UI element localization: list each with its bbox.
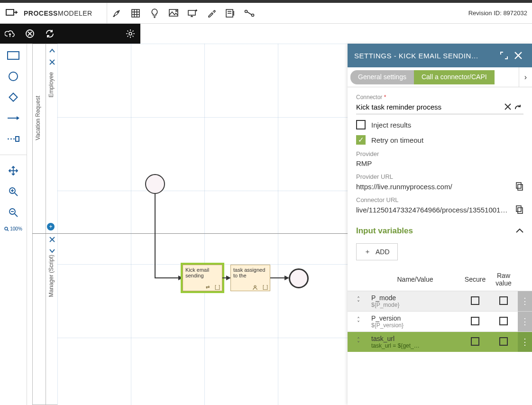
svg-marker-31 — [17, 116, 19, 120]
lane-add-icon[interactable]: + — [47, 223, 55, 230]
svg-rect-55 — [516, 183, 521, 188]
secure-checkbox[interactable] — [471, 337, 479, 346]
subprocess-marker-icon: [_] — [263, 285, 268, 290]
settings-gear-icon[interactable] — [120, 24, 140, 44]
tabs-more-icon[interactable]: › — [519, 67, 532, 87]
palette-zoom-out[interactable] — [4, 205, 23, 220]
start-event[interactable] — [145, 174, 165, 194]
connector-url-label: Connector URL — [356, 196, 523, 203]
secure-checkbox[interactable] — [471, 296, 479, 305]
tab-call-connector[interactable]: Call a connector/CAPI — [414, 70, 495, 84]
provider-url-value: https://live.runmyprocess.com/ — [356, 183, 516, 191]
provider-url-label: Provider URL — [356, 173, 523, 180]
svg-line-41 — [15, 214, 18, 217]
variable-row[interactable]: ˄˅task_urltask_url = ${get_…⋮ — [348, 332, 532, 352]
palette-zoom-in[interactable] — [4, 184, 23, 199]
retry-timeout-label: Retry on timeout — [371, 136, 423, 144]
toolbar-screen-plus-icon[interactable] — [183, 3, 202, 24]
reorder-icon[interactable]: ˄˅ — [348, 332, 369, 352]
svg-marker-2 — [16, 10, 18, 14]
provider-value: RMP — [356, 159, 523, 167]
add-variable-button[interactable]: ＋ ADD — [356, 243, 398, 260]
raw-checkbox[interactable] — [499, 337, 508, 346]
refresh-icon[interactable] — [40, 24, 60, 44]
collapse-icon[interactable] — [516, 229, 523, 233]
svg-point-26 — [129, 32, 132, 35]
provider-label: Provider — [356, 150, 523, 157]
svg-rect-54 — [518, 184, 523, 190]
variable-row[interactable]: ˄˅P_version${P_version}⋮ — [348, 312, 532, 332]
svg-point-28 — [9, 72, 18, 81]
toolbar-image-icon[interactable] — [164, 3, 183, 24]
svg-rect-27 — [8, 52, 19, 59]
toolbar-rocket-icon[interactable] — [107, 3, 126, 24]
var-name: P_mode — [371, 294, 459, 302]
end-event[interactable] — [289, 268, 309, 288]
lane-close-icon[interactable] — [48, 58, 56, 66]
revision-id: Revision ID: 8972032 — [468, 9, 532, 17]
svg-rect-4 — [132, 9, 139, 17]
svg-line-37 — [15, 193, 18, 196]
tab-general-settings[interactable]: General settings — [350, 70, 414, 84]
panel-close-icon[interactable] — [511, 48, 525, 63]
col-name-value: Name/Value — [369, 268, 461, 291]
lane2-down-icon[interactable] — [48, 247, 56, 255]
var-value: ${P_version} — [371, 322, 459, 329]
cancel-circle-icon[interactable] — [20, 24, 40, 44]
palette-circle[interactable] — [4, 69, 23, 83]
reorder-icon[interactable]: ˄˅ — [348, 312, 369, 332]
copy-icon[interactable] — [516, 205, 523, 214]
copy-icon[interactable] — [516, 182, 523, 191]
toolbar-form-icon[interactable] — [221, 3, 240, 24]
connector-input[interactable] — [356, 103, 503, 111]
raw-checkbox[interactable] — [499, 317, 508, 325]
svg-rect-57 — [516, 206, 521, 212]
open-icon[interactable] — [513, 101, 523, 112]
retry-timeout-checkbox[interactable]: ✓ — [356, 135, 366, 145]
app-brand: PROCESSMODELER — [24, 9, 107, 17]
secure-checkbox[interactable] — [471, 317, 479, 325]
palette-rectangle[interactable] — [4, 48, 23, 63]
row-menu-icon[interactable]: ⋮ — [518, 312, 532, 332]
var-value: task_url = ${get_… — [371, 342, 459, 349]
element-palette: 100% — [0, 44, 27, 405]
subprocess-marker-icon: [_] — [215, 285, 220, 290]
call-marker-icon: ⇄ — [206, 285, 210, 290]
zoom-level: 100% — [4, 226, 22, 231]
lane2-close-icon[interactable] — [48, 235, 56, 244]
reorder-icon[interactable]: ˄˅ — [348, 291, 369, 312]
task-kick-email[interactable]: Kick email sending [_] ⇄ — [183, 265, 222, 291]
inject-results-checkbox[interactable] — [356, 120, 366, 129]
toolbar-eyedropper-icon[interactable] — [202, 3, 221, 24]
user-marker-icon — [253, 285, 257, 290]
clear-icon[interactable] — [503, 101, 513, 112]
svg-rect-12 — [188, 10, 195, 15]
variable-row[interactable]: ˄˅P_mode${P_mode}⋮ — [348, 291, 532, 312]
task-assigned[interactable]: task assigned to the [_] — [230, 265, 270, 291]
palette-move[interactable] — [4, 164, 23, 178]
input-variables-title: Input variables — [356, 226, 413, 236]
cloud-upload-icon[interactable] — [0, 24, 20, 44]
var-name: P_version — [371, 314, 459, 322]
lane1-label: Employee — [48, 72, 55, 97]
var-name: task_url — [371, 335, 459, 342]
toolbar-connector-icon[interactable] — [240, 3, 259, 24]
col-secure: Secure — [461, 268, 489, 291]
palette-diamond[interactable] — [4, 90, 23, 104]
panel-tabs: General settings Call a connector/CAPI › — [348, 67, 532, 87]
panel-title: SETTINGS - KICK EMAIL SENDIN… — [354, 52, 497, 60]
connector-url-value: live/112501473324764966/process/13551001… — [356, 206, 516, 214]
palette-link[interactable] — [4, 132, 23, 146]
lane-up-icon[interactable] — [48, 46, 56, 55]
row-menu-icon[interactable]: ⋮ — [518, 291, 532, 312]
raw-checkbox[interactable] — [499, 296, 508, 305]
app-logo-icon — [0, 8, 24, 18]
toolbar-grid-icon[interactable] — [126, 3, 145, 24]
var-value: ${P_mode} — [371, 302, 459, 308]
panel-expand-icon[interactable] — [497, 48, 511, 63]
toolbar-bulb-icon[interactable] — [145, 3, 164, 24]
palette-arrow[interactable] — [4, 111, 23, 125]
svg-point-49 — [254, 285, 256, 287]
input-variables-table: Name/Value Secure Raw value ˄˅P_mode${P_… — [348, 268, 532, 352]
row-menu-icon[interactable]: ⋮ — [518, 332, 532, 352]
